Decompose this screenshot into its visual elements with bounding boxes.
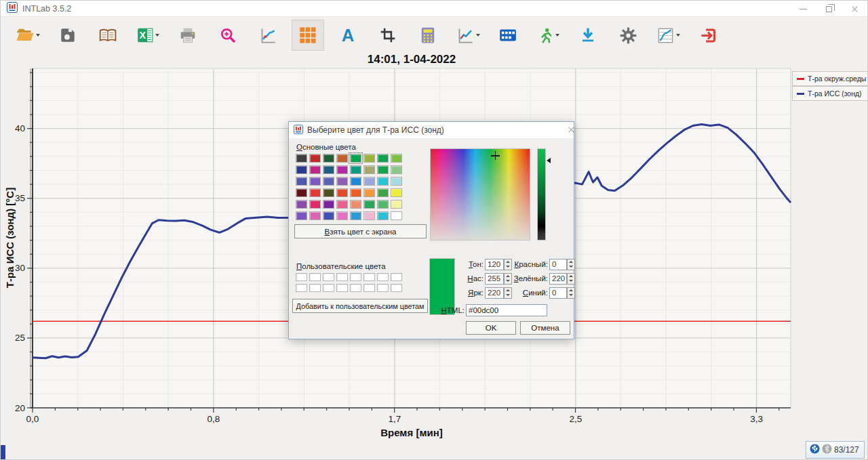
- custom-color-swatch[interactable]: [336, 284, 348, 292]
- basic-color-swatch[interactable]: [309, 165, 321, 174]
- basic-color-swatch[interactable]: [377, 177, 389, 186]
- add-custom-color-button[interactable]: Добавить к пользовательским цветам: [292, 299, 428, 313]
- basic-color-swatch[interactable]: [296, 154, 307, 163]
- basic-color-swatch[interactable]: [350, 165, 361, 174]
- basic-color-swatch[interactable]: [377, 200, 389, 209]
- basic-color-swatch[interactable]: [309, 177, 321, 186]
- custom-color-swatch[interactable]: [377, 284, 389, 292]
- basic-color-swatch[interactable]: [336, 177, 348, 186]
- basic-color-swatch[interactable]: [323, 177, 334, 186]
- custom-color-swatch[interactable]: [377, 273, 389, 281]
- basic-color-swatch[interactable]: [296, 177, 307, 186]
- svg-text:3,3: 3,3: [750, 414, 763, 424]
- dialog-title: Выберите цвет для Т-ра ИСС (зонд): [307, 125, 444, 135]
- brightness-slider[interactable]: [537, 148, 546, 241]
- green-input[interactable]: 220: [549, 273, 567, 285]
- basic-color-swatch[interactable]: [350, 177, 361, 186]
- color-field-marker-icon: [491, 151, 500, 160]
- basic-color-swatch[interactable]: [336, 154, 348, 163]
- blue-stepper[interactable]: [567, 287, 575, 299]
- basic-color-swatch[interactable]: [336, 200, 348, 209]
- basic-color-swatch[interactable]: [309, 211, 321, 220]
- ok-button[interactable]: OK: [466, 321, 516, 335]
- custom-color-swatch[interactable]: [363, 284, 375, 292]
- basic-color-swatch[interactable]: [323, 154, 334, 163]
- saturation-input[interactable]: 255: [485, 273, 504, 285]
- basic-color-swatch[interactable]: [391, 177, 402, 186]
- legend-item-ambient[interactable]: Т-ра окруж.среды: [792, 71, 868, 86]
- basic-color-swatch[interactable]: [377, 188, 389, 197]
- basic-color-swatch[interactable]: [391, 165, 402, 174]
- red-input[interactable]: 0: [549, 259, 567, 270]
- pick-from-screen-button[interactable]: Взять цвет с экрана: [294, 224, 427, 238]
- basic-color-swatch[interactable]: [363, 200, 375, 209]
- basic-color-swatch[interactable]: [336, 211, 348, 220]
- basic-color-swatch[interactable]: [323, 211, 334, 220]
- custom-color-swatch[interactable]: [323, 273, 334, 281]
- basic-color-swatch[interactable]: [391, 154, 402, 163]
- basic-color-swatch[interactable]: [296, 188, 307, 197]
- custom-color-swatch[interactable]: [296, 284, 307, 292]
- brightness-spinner: Ярк: 220: [433, 287, 512, 299]
- basic-color-swatch[interactable]: [323, 200, 334, 209]
- hue-saturation-field[interactable]: [430, 148, 530, 241]
- html-color-input[interactable]: [466, 304, 547, 316]
- svg-text:2,5: 2,5: [569, 414, 582, 424]
- basic-color-swatch[interactable]: [350, 211, 361, 220]
- red-stepper[interactable]: [567, 259, 575, 270]
- svg-text:Время [мин]: Время [мин]: [380, 427, 443, 438]
- custom-color-swatch[interactable]: [363, 273, 375, 281]
- app-window: 20253035400,00,81,72,53,314:01, 1-04-202…: [0, 0, 868, 460]
- app-logo-icon: [294, 125, 303, 135]
- custom-color-swatch[interactable]: [350, 273, 361, 281]
- basic-color-swatch[interactable]: [377, 154, 389, 163]
- custom-color-swatch[interactable]: [391, 273, 402, 281]
- basic-color-swatch[interactable]: [363, 188, 375, 197]
- custom-color-swatch[interactable]: [336, 273, 348, 281]
- legend-dash-red: [797, 78, 804, 80]
- basic-color-swatch[interactable]: [363, 177, 375, 186]
- blue-input[interactable]: 0: [549, 287, 567, 299]
- custom-color-swatch[interactable]: [391, 284, 402, 292]
- green-stepper[interactable]: [567, 273, 575, 285]
- basic-color-swatch[interactable]: [391, 200, 402, 209]
- basic-color-swatch[interactable]: [363, 211, 375, 220]
- cancel-button[interactable]: Отмена: [520, 321, 570, 335]
- saturation-label: Нас:: [433, 274, 484, 283]
- svg-text:14:01, 1-04-2022: 14:01, 1-04-2022: [368, 53, 456, 66]
- basic-color-swatch[interactable]: [336, 165, 348, 174]
- blue-spinner: Синий: 0: [506, 287, 575, 299]
- status-indicator-box: 83/127: [806, 441, 865, 459]
- legend-label: Т-ра ИСС (зонд): [808, 89, 862, 98]
- custom-color-swatch[interactable]: [323, 284, 334, 292]
- basic-color-swatch[interactable]: [296, 211, 307, 220]
- basic-color-swatch[interactable]: [336, 188, 348, 197]
- hue-input[interactable]: 120: [485, 259, 504, 270]
- custom-color-swatch[interactable]: [296, 273, 307, 281]
- svg-text:30: 30: [15, 263, 25, 273]
- custom-color-swatch[interactable]: [350, 284, 361, 292]
- basic-color-swatch[interactable]: [309, 188, 321, 197]
- legend-item-probe[interactable]: Т-ра ИСС (зонд): [792, 86, 868, 101]
- red-label: Красный:: [506, 260, 548, 268]
- basic-color-swatch[interactable]: [323, 165, 334, 174]
- basic-color-swatch[interactable]: [323, 188, 334, 197]
- bluetooth-icon: [822, 444, 832, 457]
- basic-color-swatch[interactable]: [377, 211, 389, 220]
- custom-color-swatch[interactable]: [309, 284, 321, 292]
- basic-color-swatch[interactable]: [363, 165, 375, 174]
- basic-color-swatch[interactable]: [350, 154, 361, 163]
- basic-color-swatch[interactable]: [391, 188, 402, 197]
- basic-color-swatch[interactable]: [391, 211, 402, 220]
- basic-color-swatch[interactable]: [296, 200, 307, 209]
- basic-color-swatch[interactable]: [296, 165, 307, 174]
- record-counter: 83/127: [834, 445, 859, 455]
- basic-color-swatch[interactable]: [350, 200, 361, 209]
- basic-color-swatch[interactable]: [350, 188, 361, 197]
- basic-color-swatch[interactable]: [309, 200, 321, 209]
- custom-color-swatch[interactable]: [309, 273, 321, 281]
- basic-color-swatch[interactable]: [363, 154, 375, 163]
- brightness-input[interactable]: 220: [485, 287, 504, 299]
- basic-color-swatch[interactable]: [377, 165, 389, 174]
- basic-color-swatch[interactable]: [309, 154, 321, 163]
